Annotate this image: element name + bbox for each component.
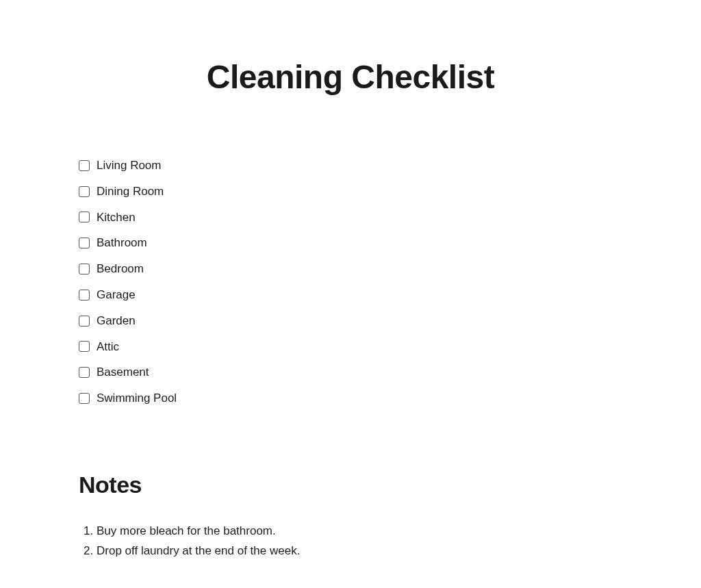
checklist-item-label[interactable]: Bedroom	[97, 261, 144, 277]
notes-list-item: Drop off laundry at the end of the week.	[97, 542, 622, 560]
checklist-item-label[interactable]: Garage	[97, 287, 136, 303]
content-area: Living RoomDining RoomKitchenBathroomBed…	[0, 157, 701, 560]
checklist-item-label[interactable]: Swimming Pool	[97, 390, 177, 407]
checklist-item: Dining Room	[79, 183, 622, 200]
checklist-checkbox[interactable]	[79, 393, 90, 404]
checklist-item: Garage	[79, 287, 622, 303]
checklist-checkbox[interactable]	[79, 238, 90, 248]
notes-heading: Notes	[79, 472, 622, 498]
checklist-item: Basement	[79, 364, 622, 381]
checklist-item: Bathroom	[79, 235, 622, 251]
checklist-item: Garden	[79, 313, 622, 329]
checklist-item-label[interactable]: Garden	[97, 313, 136, 329]
checklist: Living RoomDining RoomKitchenBathroomBed…	[79, 157, 622, 407]
checklist-checkbox[interactable]	[79, 341, 90, 352]
checklist-checkbox[interactable]	[79, 212, 90, 222]
checklist-item-label[interactable]: Attic	[97, 339, 119, 355]
checklist-checkbox[interactable]	[79, 186, 90, 197]
page-title: Cleaning Checklist	[0, 58, 701, 96]
checklist-item-label[interactable]: Living Room	[97, 157, 162, 174]
checklist-item: Kitchen	[79, 209, 622, 226]
checklist-item-label[interactable]: Bathroom	[97, 235, 147, 251]
checklist-item: Swimming Pool	[79, 390, 622, 407]
notes-list-item: Buy more bleach for the bathroom.	[97, 522, 622, 540]
checklist-item: Living Room	[79, 157, 622, 174]
notes-list: Buy more bleach for the bathroom.Drop of…	[79, 522, 622, 560]
checklist-item-label[interactable]: Dining Room	[97, 183, 164, 200]
checklist-checkbox[interactable]	[79, 316, 90, 327]
checklist-item: Attic	[79, 339, 622, 355]
checklist-checkbox[interactable]	[79, 160, 90, 171]
checklist-checkbox[interactable]	[79, 367, 90, 378]
checklist-item-label[interactable]: Kitchen	[97, 209, 136, 226]
checklist-checkbox[interactable]	[79, 264, 90, 274]
checklist-checkbox[interactable]	[79, 290, 90, 301]
checklist-item-label[interactable]: Basement	[97, 364, 149, 381]
checklist-item: Bedroom	[79, 261, 622, 277]
